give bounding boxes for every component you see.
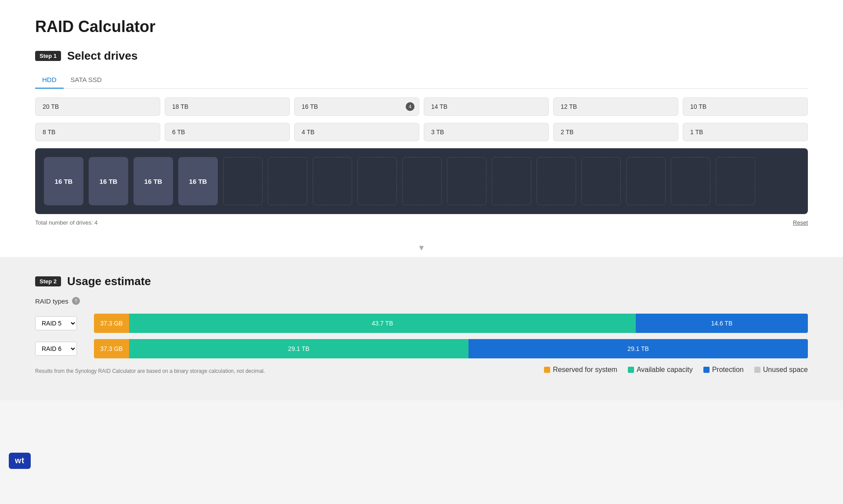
tab-hdd[interactable]: HDD [35,71,64,89]
drive-btn-2tb[interactable]: 2 TB [553,123,678,141]
drive-btn-16tb[interactable]: 16 TB 4 [294,97,419,116]
footnote-text: Results from the Synology RAID Calculato… [35,368,265,374]
bar-protection-2: 29.1 TB [468,339,808,358]
raid-row-1: RAID 5 RAID 6 RAID 1 RAID 10 SHR 37.3 GB… [35,314,808,333]
drive-slot-15[interactable] [671,157,710,205]
legend-reserved: Reserved for system [544,366,617,374]
legend-dot-available [628,367,634,373]
step1-title: Select drives [67,49,137,63]
raid-select-2[interactable]: RAID 6 RAID 5 RAID 1 RAID 10 SHR [35,342,77,356]
step2-title: Usage estimate [67,275,151,288]
drive-slot-5[interactable] [223,157,263,205]
bar-available-2: 29.1 TB [129,339,468,358]
legend-label-reserved: Reserved for system [553,366,617,374]
reset-button[interactable]: Reset [793,219,808,226]
drive-slot-16[interactable] [716,157,755,205]
drive-btn-12tb[interactable]: 12 TB [553,97,678,116]
legend-items: Reserved for system Available capacity P… [544,366,808,374]
drive-bays: 16 TB 16 TB 16 TB 16 TB [44,157,799,205]
section-divider [0,239,843,257]
drive-slot-7[interactable] [313,157,352,205]
drive-slot-14[interactable] [626,157,666,205]
drive-slot-10[interactable] [447,157,486,205]
raid-types-label: RAID types ? [35,297,808,305]
step2-header: Step 2 Usage estimate [35,275,808,288]
step2-section: Step 2 Usage estimate RAID types ? RAID … [0,257,843,400]
step2-badge: Step 2 [35,276,61,286]
legend-dot-reserved [544,367,550,373]
drive-btn-6tb[interactable]: 6 TB [165,123,290,141]
drive-slot-9[interactable] [402,157,442,205]
drive-btn-20tb[interactable]: 20 TB [35,97,160,116]
drive-size-grid-row2: 8 TB 6 TB 4 TB 3 TB 2 TB 1 TB [35,123,808,141]
legend-label-available: Available capacity [637,366,693,374]
drive-footer: Total number of drives: 4 Reset [35,219,808,226]
legend-protection: Protection [703,366,744,374]
legend-unused: Unused space [754,366,808,374]
tab-sata-ssd[interactable]: SATA SSD [64,71,109,89]
legend-footnote-row: Results from the Synology RAID Calculato… [35,365,808,374]
legend-label-protection: Protection [712,366,744,374]
page-title: RAID Calculator [35,18,808,36]
drive-btn-10tb[interactable]: 10 TB [683,97,808,116]
drive-slot-8[interactable] [357,157,397,205]
raid-select-wrapper-2: RAID 6 RAID 5 RAID 1 RAID 10 SHR [35,342,88,356]
drive-btn-1tb[interactable]: 1 TB [683,123,808,141]
bar-reserved-2: 37.3 GB [94,339,129,358]
raid-bar-1: 37.3 GB 43.7 TB 14.6 TB [94,314,808,333]
drive-count-label: Total number of drives: 4 [35,219,97,226]
raid-bar-2: 37.3 GB 29.1 TB 29.1 TB [94,339,808,358]
drive-slot-3[interactable]: 16 TB [133,157,173,205]
legend-dot-unused [754,367,760,373]
legend-available: Available capacity [628,366,693,374]
drive-bay-container: 16 TB 16 TB 16 TB 16 TB [35,148,808,214]
drive-btn-3tb[interactable]: 3 TB [424,123,549,141]
drive-slot-13[interactable] [581,157,621,205]
drive-count-badge-16tb: 4 [406,102,414,111]
drive-size-grid-row1: 20 TB 18 TB 16 TB 4 14 TB 12 TB 10 TB [35,97,808,116]
raid-select-wrapper-1: RAID 5 RAID 6 RAID 1 RAID 10 SHR [35,316,88,330]
drive-btn-18tb[interactable]: 18 TB [165,97,290,116]
legend-label-unused: Unused space [763,366,808,374]
drive-slot-2[interactable]: 16 TB [89,157,128,205]
drive-type-tabs: HDD SATA SSD [35,71,808,89]
drive-slot-1[interactable]: 16 TB [44,157,83,205]
legend-dot-protection [703,367,710,373]
bar-protection-1: 14.6 TB [636,314,808,333]
raid-row-2: RAID 6 RAID 5 RAID 1 RAID 10 SHR 37.3 GB… [35,339,808,358]
step1-header: Step 1 Select drives [35,49,808,63]
help-icon[interactable]: ? [72,297,80,305]
bar-reserved-1: 37.3 GB [94,314,129,333]
drive-slot-4[interactable]: 16 TB [178,157,218,205]
drive-slot-11[interactable] [492,157,531,205]
drive-btn-14tb[interactable]: 14 TB [424,97,549,116]
step1-badge: Step 1 [35,51,61,61]
drive-btn-8tb[interactable]: 8 TB [35,123,160,141]
raid-select-1[interactable]: RAID 5 RAID 6 RAID 1 RAID 10 SHR [35,316,77,330]
drive-slot-6[interactable] [268,157,307,205]
drive-btn-4tb[interactable]: 4 TB [294,123,419,141]
bar-available-1: 43.7 TB [129,314,636,333]
drive-slot-12[interactable] [537,157,576,205]
